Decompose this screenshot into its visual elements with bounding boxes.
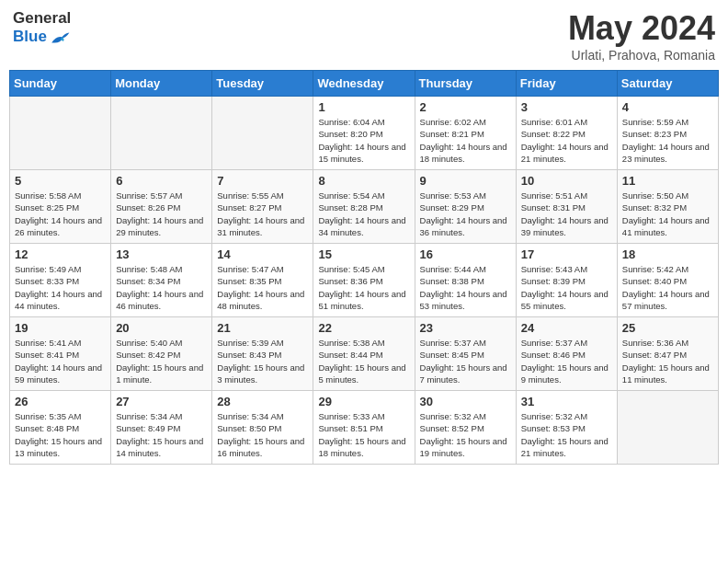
calendar-cell: 1Sunrise: 6:04 AM Sunset: 8:20 PM Daylig… <box>313 97 415 170</box>
day-info: Sunrise: 5:34 AM Sunset: 8:50 PM Dayligh… <box>217 410 308 459</box>
day-number: 4 <box>622 100 713 114</box>
day-number: 20 <box>116 321 207 335</box>
day-number: 27 <box>116 395 207 408</box>
day-info: Sunrise: 5:38 AM Sunset: 8:44 PM Dayligh… <box>318 337 409 385</box>
day-number: 1 <box>318 100 409 114</box>
day-info: Sunrise: 5:42 AM Sunset: 8:40 PM Dayligh… <box>622 263 713 312</box>
day-info: Sunrise: 5:35 AM Sunset: 8:48 PM Dayligh… <box>15 410 106 459</box>
day-number: 24 <box>521 321 612 335</box>
column-header-saturday: Saturday <box>617 71 718 97</box>
day-info: Sunrise: 5:53 AM Sunset: 8:29 PM Dayligh… <box>420 190 511 238</box>
calendar-cell: 11Sunrise: 5:50 AM Sunset: 8:32 PM Dayli… <box>617 170 718 244</box>
day-info: Sunrise: 6:04 AM Sunset: 8:20 PM Dayligh… <box>318 116 409 165</box>
day-number: 17 <box>521 247 612 261</box>
logo: General Blue <box>13 9 71 47</box>
day-number: 18 <box>622 247 713 261</box>
calendar-cell: 15Sunrise: 5:45 AM Sunset: 8:36 PM Dayli… <box>313 244 415 317</box>
day-number: 7 <box>217 174 308 188</box>
calendar-cell: 10Sunrise: 5:51 AM Sunset: 8:31 PM Dayli… <box>516 170 617 244</box>
column-header-sunday: Sunday <box>10 71 111 97</box>
calendar-cell: 19Sunrise: 5:41 AM Sunset: 8:41 PM Dayli… <box>10 317 111 391</box>
title-block: May 2024 Urlati, Prahova, Romania <box>568 9 715 63</box>
day-info: Sunrise: 5:37 AM Sunset: 8:46 PM Dayligh… <box>521 337 612 385</box>
day-info: Sunrise: 5:32 AM Sunset: 8:53 PM Dayligh… <box>521 410 612 459</box>
day-number: 14 <box>217 247 308 261</box>
day-number: 12 <box>15 247 106 261</box>
calendar-cell <box>212 97 313 170</box>
day-number: 13 <box>116 247 207 261</box>
day-number: 15 <box>318 247 409 261</box>
calendar-cell: 23Sunrise: 5:37 AM Sunset: 8:45 PM Dayli… <box>415 317 516 391</box>
calendar-cell <box>111 97 212 170</box>
calendar-cell: 12Sunrise: 5:49 AM Sunset: 8:33 PM Dayli… <box>10 244 111 317</box>
day-info: Sunrise: 5:49 AM Sunset: 8:33 PM Dayligh… <box>15 263 106 312</box>
calendar-cell: 17Sunrise: 5:43 AM Sunset: 8:39 PM Dayli… <box>516 244 617 317</box>
calendar-cell: 8Sunrise: 5:54 AM Sunset: 8:28 PM Daylig… <box>313 170 415 244</box>
day-info: Sunrise: 6:02 AM Sunset: 8:21 PM Dayligh… <box>420 116 511 165</box>
calendar-cell: 9Sunrise: 5:53 AM Sunset: 8:29 PM Daylig… <box>415 170 516 244</box>
calendar-cell: 24Sunrise: 5:37 AM Sunset: 8:46 PM Dayli… <box>516 317 617 391</box>
calendar-cell: 18Sunrise: 5:42 AM Sunset: 8:40 PM Dayli… <box>617 244 718 317</box>
day-number: 16 <box>420 247 511 261</box>
day-info: Sunrise: 5:40 AM Sunset: 8:42 PM Dayligh… <box>116 337 207 385</box>
calendar-week-row: 26Sunrise: 5:35 AM Sunset: 8:48 PM Dayli… <box>10 391 719 465</box>
day-info: Sunrise: 5:41 AM Sunset: 8:41 PM Dayligh… <box>15 337 106 385</box>
day-info: Sunrise: 5:55 AM Sunset: 8:27 PM Dayligh… <box>217 190 308 238</box>
calendar-cell: 26Sunrise: 5:35 AM Sunset: 8:48 PM Dayli… <box>10 391 111 465</box>
column-header-tuesday: Tuesday <box>212 71 313 97</box>
day-number: 22 <box>318 321 409 335</box>
day-number: 25 <box>622 321 713 335</box>
calendar-cell: 20Sunrise: 5:40 AM Sunset: 8:42 PM Dayli… <box>111 317 212 391</box>
day-info: Sunrise: 5:43 AM Sunset: 8:39 PM Dayligh… <box>521 263 612 312</box>
day-number: 11 <box>622 174 713 188</box>
calendar-cell: 3Sunrise: 6:01 AM Sunset: 8:22 PM Daylig… <box>516 97 617 170</box>
day-info: Sunrise: 5:33 AM Sunset: 8:51 PM Dayligh… <box>318 410 409 459</box>
calendar-cell <box>617 391 718 465</box>
day-info: Sunrise: 6:01 AM Sunset: 8:22 PM Dayligh… <box>521 116 612 165</box>
calendar-cell: 27Sunrise: 5:34 AM Sunset: 8:49 PM Dayli… <box>111 391 212 465</box>
logo-blue-text: Blue <box>13 28 47 46</box>
day-info: Sunrise: 5:59 AM Sunset: 8:23 PM Dayligh… <box>622 116 713 165</box>
calendar-header-row: SundayMondayTuesdayWednesdayThursdayFrid… <box>10 71 719 97</box>
day-number: 30 <box>420 395 511 408</box>
day-info: Sunrise: 5:51 AM Sunset: 8:31 PM Dayligh… <box>521 190 612 238</box>
day-info: Sunrise: 5:58 AM Sunset: 8:25 PM Dayligh… <box>15 190 106 238</box>
calendar-cell: 28Sunrise: 5:34 AM Sunset: 8:50 PM Dayli… <box>212 391 313 465</box>
day-number: 26 <box>15 395 106 408</box>
day-info: Sunrise: 5:36 AM Sunset: 8:47 PM Dayligh… <box>622 337 713 385</box>
month-title: May 2024 <box>568 9 715 48</box>
day-info: Sunrise: 5:48 AM Sunset: 8:34 PM Dayligh… <box>116 263 207 312</box>
logo-bird-icon <box>49 29 71 47</box>
calendar-cell: 30Sunrise: 5:32 AM Sunset: 8:52 PM Dayli… <box>415 391 516 465</box>
day-info: Sunrise: 5:32 AM Sunset: 8:52 PM Dayligh… <box>420 410 511 459</box>
calendar-cell: 31Sunrise: 5:32 AM Sunset: 8:53 PM Dayli… <box>516 391 617 465</box>
calendar-cell: 4Sunrise: 5:59 AM Sunset: 8:23 PM Daylig… <box>617 97 718 170</box>
day-number: 10 <box>521 174 612 188</box>
calendar-week-row: 19Sunrise: 5:41 AM Sunset: 8:41 PM Dayli… <box>10 317 719 391</box>
day-info: Sunrise: 5:37 AM Sunset: 8:45 PM Dayligh… <box>420 337 511 385</box>
day-info: Sunrise: 5:44 AM Sunset: 8:38 PM Dayligh… <box>420 263 511 312</box>
calendar-cell: 16Sunrise: 5:44 AM Sunset: 8:38 PM Dayli… <box>415 244 516 317</box>
calendar-week-row: 1Sunrise: 6:04 AM Sunset: 8:20 PM Daylig… <box>10 97 719 170</box>
calendar-cell: 22Sunrise: 5:38 AM Sunset: 8:44 PM Dayli… <box>313 317 415 391</box>
column-header-thursday: Thursday <box>415 71 516 97</box>
column-header-friday: Friday <box>516 71 617 97</box>
day-number: 28 <box>217 395 308 408</box>
day-number: 9 <box>420 174 511 188</box>
day-number: 19 <box>15 321 106 335</box>
page-header: General Blue May 2024 Urlati, Prahova, R… <box>9 9 719 63</box>
calendar-cell: 29Sunrise: 5:33 AM Sunset: 8:51 PM Dayli… <box>313 391 415 465</box>
day-info: Sunrise: 5:57 AM Sunset: 8:26 PM Dayligh… <box>116 190 207 238</box>
logo-general-text: General <box>13 9 71 28</box>
calendar-cell: 14Sunrise: 5:47 AM Sunset: 8:35 PM Dayli… <box>212 244 313 317</box>
calendar-cell: 6Sunrise: 5:57 AM Sunset: 8:26 PM Daylig… <box>111 170 212 244</box>
calendar-cell: 13Sunrise: 5:48 AM Sunset: 8:34 PM Dayli… <box>111 244 212 317</box>
calendar-cell: 25Sunrise: 5:36 AM Sunset: 8:47 PM Dayli… <box>617 317 718 391</box>
calendar-cell: 21Sunrise: 5:39 AM Sunset: 8:43 PM Dayli… <box>212 317 313 391</box>
day-number: 6 <box>116 174 207 188</box>
calendar-week-row: 5Sunrise: 5:58 AM Sunset: 8:25 PM Daylig… <box>10 170 719 244</box>
day-info: Sunrise: 5:34 AM Sunset: 8:49 PM Dayligh… <box>116 410 207 459</box>
calendar-table: SundayMondayTuesdayWednesdayThursdayFrid… <box>9 70 719 465</box>
calendar-week-row: 12Sunrise: 5:49 AM Sunset: 8:33 PM Dayli… <box>10 244 719 317</box>
day-number: 21 <box>217 321 308 335</box>
